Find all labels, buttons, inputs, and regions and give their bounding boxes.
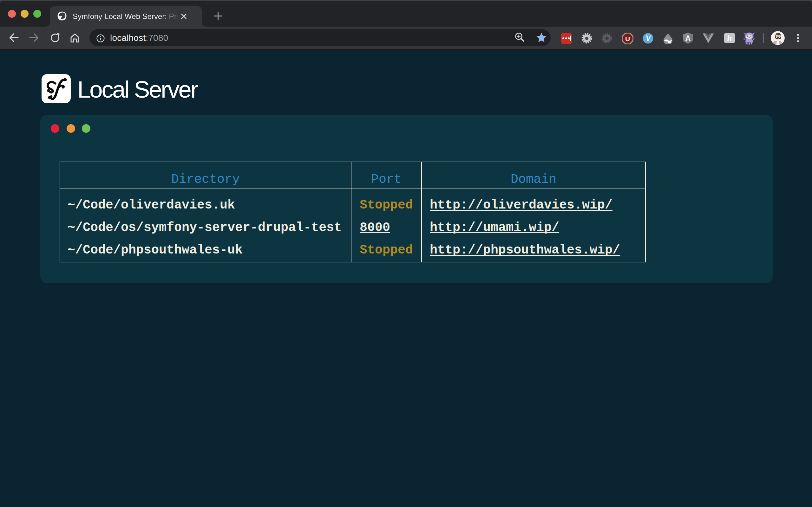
- svg-text:h: h: [727, 33, 732, 43]
- svg-text:A: A: [685, 34, 691, 43]
- svg-text:U: U: [625, 35, 630, 43]
- svg-text:V: V: [646, 34, 651, 43]
